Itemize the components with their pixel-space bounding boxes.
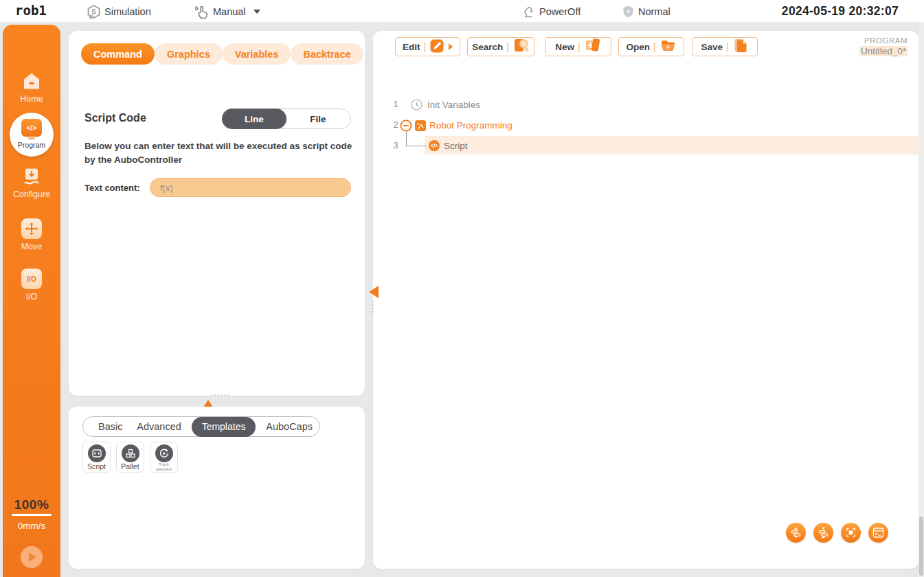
- search-button[interactable]: Search |: [467, 37, 534, 56]
- sidebar-item-home[interactable]: Home: [3, 70, 60, 104]
- sidebar-nav: Home </> Program Configure Move I/O I/O …: [3, 25, 60, 577]
- text-content-input[interactable]: [150, 178, 351, 197]
- tab-variables[interactable]: Variables: [223, 43, 291, 65]
- move-arrows-icon: [21, 218, 43, 240]
- expand-all-button[interactable]: [786, 523, 806, 543]
- search-label: Search: [472, 42, 503, 52]
- expand-all-icon: [789, 526, 802, 539]
- collapse-minus-icon[interactable]: [400, 120, 412, 135]
- sidebar-item-io[interactable]: I/O I/O: [3, 268, 60, 302]
- edit-pencil-icon: [429, 38, 445, 56]
- sidebar-item-label: Move: [3, 242, 60, 251]
- focus-selection-button[interactable]: [841, 523, 861, 543]
- script-code-icon: [88, 444, 106, 462]
- script-log-button[interactable]: [868, 523, 888, 543]
- tab-graphics[interactable]: Graphics: [155, 43, 223, 65]
- template-pallet[interactable]: Pallet: [116, 442, 144, 473]
- tab-aubocaps[interactable]: AuboCaps: [262, 421, 317, 432]
- chevron-down-icon: [253, 10, 260, 14]
- template-label: Script: [83, 462, 110, 471]
- tree-node-script[interactable]: Script: [444, 141, 468, 151]
- sidebar-item-program[interactable]: </> Program: [10, 113, 54, 157]
- open-folder-icon: [660, 37, 677, 56]
- svg-text:S: S: [91, 8, 96, 15]
- collapse-all-button[interactable]: [813, 523, 833, 543]
- command-panel: Command Graphics Variables Backtrace Scr…: [69, 31, 365, 396]
- script-description: Below you can enter text that will be ex…: [84, 139, 355, 166]
- edit-button[interactable]: Edit |: [395, 37, 460, 56]
- save-button[interactable]: Save |: [692, 37, 758, 56]
- new-button[interactable]: New |: [545, 37, 611, 56]
- io-icon: I/O: [21, 268, 43, 290]
- open-button[interactable]: Open |: [618, 37, 684, 56]
- divider: |: [506, 41, 509, 52]
- save-label: Save: [701, 42, 723, 52]
- mode-label: Manual: [213, 6, 246, 17]
- track-playback-icon: [155, 444, 173, 462]
- sidebar-item-label: Configure: [3, 190, 60, 199]
- panel-drag-handle[interactable]: [372, 301, 374, 316]
- panel-resize-dots[interactable]: [211, 394, 229, 396]
- template-label: Pallet: [117, 462, 144, 471]
- template-track-playback[interactable]: Track playback: [150, 442, 178, 473]
- section-title: Script Code: [84, 112, 146, 124]
- toggle-option-file[interactable]: File: [286, 109, 350, 128]
- template-script[interactable]: Script: [82, 442, 111, 473]
- divider: |: [726, 41, 729, 52]
- sidebar-item-move[interactable]: Move: [3, 218, 60, 251]
- simulation-indicator[interactable]: S Simulation: [87, 0, 151, 23]
- speed-underline: [12, 514, 52, 516]
- search-icon: [512, 36, 530, 57]
- simulation-icon: S: [87, 4, 101, 19]
- robot-programming-icon: [414, 120, 427, 135]
- tree-connector: [406, 146, 427, 146]
- shield-icon: [622, 5, 635, 19]
- simulation-label: Simulation: [104, 6, 151, 17]
- tab-backtrace[interactable]: Backtrace: [291, 43, 363, 65]
- program-meta: PROGRAM Untitled_0*: [859, 36, 908, 57]
- focus-icon: [844, 526, 857, 539]
- library-tabs: Basic Advanced Templates AuboCaps: [82, 416, 320, 437]
- home-icon: [21, 70, 43, 92]
- datetime-display: 2024-05-19 20:32:07: [782, 4, 899, 19]
- init-variables-icon: [411, 99, 422, 113]
- sidebar-item-label: Program: [10, 141, 54, 149]
- script-node-icon: [428, 139, 440, 155]
- toggle-option-line[interactable]: Line: [222, 109, 286, 129]
- edit-label: Edit: [403, 42, 420, 52]
- new-document-icon: [584, 36, 601, 57]
- speed-value: 0mm/s: [3, 521, 60, 531]
- divider: |: [578, 41, 581, 52]
- play-icon: [29, 552, 36, 562]
- line-number: 2: [391, 120, 401, 130]
- save-document-icon: [732, 37, 749, 57]
- collapse-all-icon: [817, 526, 830, 539]
- power-status[interactable]: PowerOff: [522, 0, 581, 23]
- line-number: 1: [391, 99, 401, 109]
- program-name[interactable]: Untitled_0*: [859, 46, 908, 56]
- health-status[interactable]: Normal: [622, 0, 671, 23]
- sidebar-item-label: Home: [3, 94, 60, 104]
- speed-percent[interactable]: 100%: [3, 497, 60, 512]
- tree-node-robot-programming[interactable]: Robot Programming: [429, 120, 512, 131]
- configure-icon: [21, 166, 43, 188]
- terminal-icon: [872, 526, 885, 539]
- tab-advanced[interactable]: Advanced: [133, 421, 185, 432]
- template-cards: Script Pallet Track playback: [82, 442, 178, 473]
- tree-node-init-variables[interactable]: Init Variables: [427, 100, 480, 110]
- divider: |: [423, 41, 426, 52]
- sidebar-item-configure[interactable]: Configure: [3, 166, 60, 199]
- mode-selector[interactable]: Manual: [193, 0, 260, 23]
- template-label: Track playback: [150, 462, 177, 472]
- open-label: Open: [626, 42, 650, 52]
- tab-basic[interactable]: Basic: [94, 421, 126, 432]
- tab-command[interactable]: Command: [81, 43, 155, 65]
- play-button[interactable]: [21, 546, 43, 568]
- edit-expand-caret-icon: [449, 43, 453, 50]
- tab-templates[interactable]: Templates: [192, 417, 256, 437]
- collapse-panel-arrow[interactable]: [369, 286, 379, 298]
- program-code-icon: </>: [21, 119, 42, 137]
- divider: |: [653, 41, 656, 52]
- scrollbar-thumb[interactable]: [919, 517, 923, 576]
- scrollbar-track[interactable]: [919, 23, 924, 577]
